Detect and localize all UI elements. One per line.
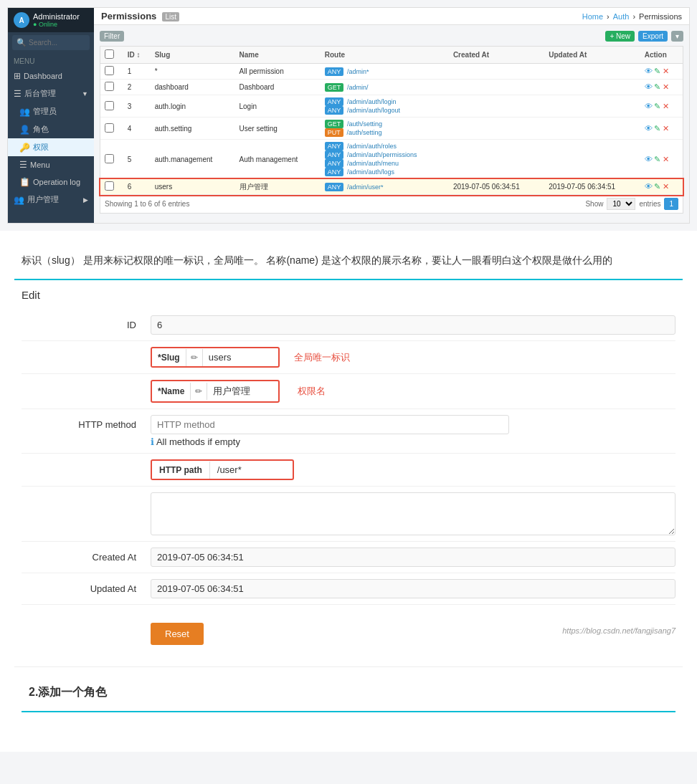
- http-method-input[interactable]: [151, 415, 509, 434]
- row-checkbox[interactable]: [100, 179, 123, 195]
- sidebar-item-roles[interactable]: 👤 角色: [8, 120, 94, 138]
- top-bar: Permissions List Home › Auth › Permissio…: [94, 8, 689, 25]
- sidebar-item-usermgmt[interactable]: 👥 用户管理 ▶: [8, 191, 94, 209]
- info-icon: ℹ: [151, 436, 154, 447]
- row-checkbox[interactable]: [100, 95, 123, 118]
- row-checkbox[interactable]: [100, 80, 123, 95]
- route-path: /admin/auth/logout: [347, 107, 400, 114]
- row-updated-at: [544, 95, 640, 118]
- dashboard-icon: ⊞: [14, 71, 21, 81]
- row-id: 2: [123, 80, 151, 95]
- row-actions: 👁 ✎ ✕: [640, 95, 683, 118]
- sidebar-item-label: 管理员: [33, 106, 57, 117]
- method-badge: ANY: [325, 183, 344, 191]
- sidebar-search-input[interactable]: [29, 39, 79, 47]
- permissions-icon: 🔑: [19, 143, 30, 153]
- col-updated-at: Updated At: [544, 47, 640, 64]
- col-created-at: Created At: [449, 47, 544, 64]
- view-button[interactable]: 👁: [645, 124, 653, 133]
- usermgmt-icon: 👥: [14, 195, 24, 205]
- sidebar-item-label: 用户管理: [27, 194, 59, 205]
- row-name: All permission: [235, 64, 321, 80]
- avatar: A: [14, 12, 29, 28]
- sidebar-item-dashboard[interactable]: ⊞ Dashboard: [8, 67, 94, 85]
- method-badge: ANY: [325, 159, 344, 168]
- name-edit-icon[interactable]: ✏: [191, 383, 207, 400]
- select-all-checkbox[interactable]: [105, 49, 114, 59]
- slug-edit-icon[interactable]: ✏: [186, 349, 203, 366]
- http-path-row: HTTP path /user*: [22, 454, 675, 487]
- row-route: ANY /admin/user*: [321, 179, 449, 195]
- breadcrumb-sep2: ›: [632, 12, 635, 21]
- delete-button[interactable]: ✕: [663, 182, 669, 191]
- row-slug: users: [151, 179, 235, 195]
- http-method-hint: ℹ All methods if empty: [151, 436, 240, 447]
- method-badge: ANY: [325, 67, 344, 76]
- http-method-wrap: ℹ All methods if empty: [151, 415, 675, 447]
- row-actions: 👁 ✎ ✕: [640, 64, 683, 80]
- delete-button[interactable]: ✕: [663, 124, 669, 133]
- sidebar-item-permissions[interactable]: 🔑 权限: [8, 138, 94, 156]
- edit-button[interactable]: ✎: [654, 102, 660, 110]
- export-button[interactable]: Export: [638, 31, 668, 42]
- row-name: Dashboard: [235, 80, 321, 95]
- page-1-button[interactable]: 1: [664, 198, 678, 210]
- sidebar-item-label: 后台管理: [24, 88, 56, 99]
- sidebar-search-box[interactable]: 🔍: [12, 35, 90, 50]
- updated-at-input: [151, 579, 675, 598]
- view-button[interactable]: 👁: [645, 155, 653, 163]
- table-row: 5 auth.management Auth management ANY /a…: [100, 140, 683, 179]
- row-updated-at: [544, 80, 640, 95]
- delete-button[interactable]: ✕: [663, 155, 669, 163]
- table-row: 2 dashboard Dashboard GET /admin/: [100, 80, 683, 95]
- delete-button[interactable]: ✕: [663, 82, 669, 91]
- name-inline-label: *Name: [152, 383, 191, 400]
- sidebar-header: A Administrator ● Online: [8, 8, 94, 32]
- row-updated-at: [544, 64, 640, 80]
- view-button[interactable]: 👁: [645, 182, 653, 191]
- edit-button[interactable]: ✎: [654, 82, 660, 91]
- view-button[interactable]: 👁: [645, 102, 653, 110]
- delete-button[interactable]: ✕: [663, 102, 669, 110]
- edit-button[interactable]: ✎: [654, 67, 660, 75]
- entries-select[interactable]: 10 25 50: [607, 198, 635, 210]
- created-at-label: Created At: [22, 548, 151, 563]
- sidebar-item-oplog[interactable]: 📋 Operation log: [8, 173, 94, 191]
- reset-button[interactable]: Reset: [151, 623, 204, 645]
- row-slug: auth.setting: [151, 118, 235, 140]
- row-checkbox[interactable]: [100, 118, 123, 140]
- row-id: 4: [123, 118, 151, 140]
- row-checkbox[interactable]: [100, 64, 123, 80]
- col-id[interactable]: ID ↕: [123, 47, 151, 64]
- view-button[interactable]: 👁: [645, 67, 653, 75]
- route-path: /auth/setting: [347, 129, 382, 136]
- sidebar-item-managers[interactable]: 👥 管理员: [8, 102, 94, 120]
- auth-link[interactable]: Auth: [613, 12, 630, 21]
- sidebar-item-menu[interactable]: ☰ Menu: [8, 156, 94, 173]
- route-path: /admin/auth/menu: [347, 160, 399, 167]
- menu-icon: ☰: [19, 160, 27, 170]
- updated-at-label: Updated At: [22, 579, 151, 594]
- id-field-wrap: [151, 315, 675, 335]
- edit-section-title: Edit: [14, 280, 683, 310]
- sidebar-item-backend[interactable]: ☰ 后台管理 ▼: [8, 85, 94, 102]
- edit-button[interactable]: ✎: [654, 124, 660, 133]
- method-badge: ANY: [325, 150, 344, 159]
- home-link[interactable]: Home: [582, 12, 603, 21]
- extra-textarea[interactable]: [151, 492, 675, 535]
- edit-button[interactable]: ✎: [654, 182, 660, 191]
- row-name: Auth management: [235, 140, 321, 179]
- delete-button[interactable]: ✕: [663, 67, 669, 75]
- more-button[interactable]: ▾: [671, 31, 683, 42]
- edit-button[interactable]: ✎: [654, 155, 660, 163]
- http-path-label-empty: [22, 459, 151, 464]
- slug-field-row: *Slug ✏ users 全局唯一标识: [22, 341, 675, 374]
- row-name: Login: [235, 95, 321, 118]
- row-created-at: [449, 118, 544, 140]
- edit-section: Edit ID *Slug ✏ users 全局唯一标识: [14, 280, 683, 666]
- filter-button[interactable]: Filter: [100, 31, 124, 42]
- new-button[interactable]: + New: [605, 31, 635, 42]
- view-button[interactable]: 👁: [645, 82, 653, 91]
- row-checkbox[interactable]: [100, 140, 123, 179]
- extra-textarea-row: [22, 487, 675, 542]
